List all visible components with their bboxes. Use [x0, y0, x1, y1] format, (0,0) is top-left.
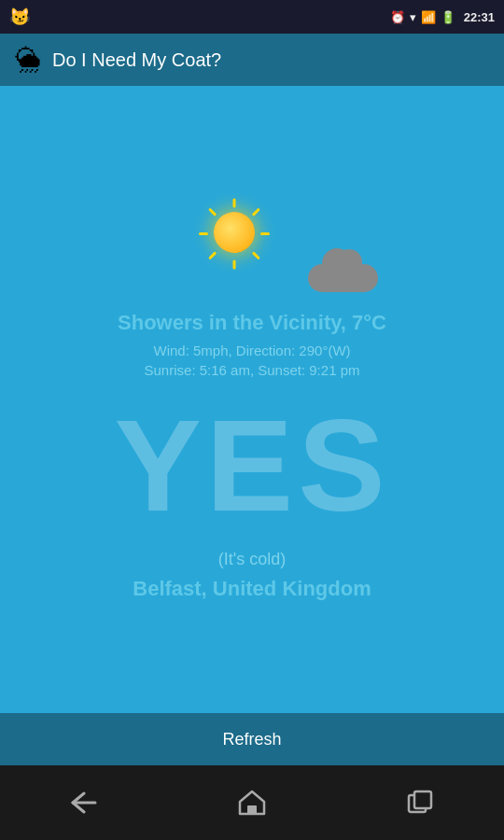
- recents-button[interactable]: [392, 784, 448, 821]
- signal-icon: 📶: [421, 10, 436, 24]
- svg-rect-2: [247, 805, 257, 814]
- weather-note: (It's cold): [218, 550, 286, 569]
- back-button[interactable]: [56, 784, 112, 821]
- app-title: Do I Need My Coat?: [52, 49, 221, 71]
- status-left: 😼: [9, 7, 30, 27]
- home-icon: [238, 789, 266, 817]
- recents-icon: [407, 790, 433, 816]
- weather-location: Belfast, United Kingdom: [133, 577, 371, 601]
- status-right: ⏰ ▾ 📶 🔋 22:31: [390, 10, 495, 24]
- android-icon: 😼: [9, 7, 30, 27]
- app-icon: 🌦: [15, 45, 41, 76]
- refresh-label: Refresh: [222, 730, 281, 749]
- back-icon: [69, 791, 99, 814]
- recommendation-text: YES: [114, 400, 389, 531]
- weather-sun-times: Sunrise: 5:16 am, Sunset: 9:21 pm: [145, 362, 360, 378]
- battery-icon: 🔋: [441, 10, 455, 24]
- refresh-bar[interactable]: Refresh: [0, 713, 504, 765]
- main-content: Showers in the Vicinity, 7°C Wind: 5mph,…: [0, 86, 504, 713]
- home-button[interactable]: [224, 784, 280, 821]
- svg-rect-4: [414, 791, 431, 808]
- weather-condition: Showers in the Vicinity, 7°C: [118, 311, 386, 335]
- sun-icon: [201, 199, 268, 266]
- wifi-icon: ▾: [410, 10, 416, 24]
- weather-icon-container: [196, 199, 308, 292]
- title-bar: 🌦 Do I Need My Coat?: [0, 34, 504, 86]
- nav-bar: [0, 765, 504, 840]
- weather-wind: Wind: 5mph, Direction: 290°(W): [153, 343, 350, 358]
- status-bar: 😼 ⏰ ▾ 📶 🔋 22:31: [0, 0, 504, 34]
- status-time: 22:31: [464, 10, 495, 24]
- alarm-icon: ⏰: [390, 10, 405, 24]
